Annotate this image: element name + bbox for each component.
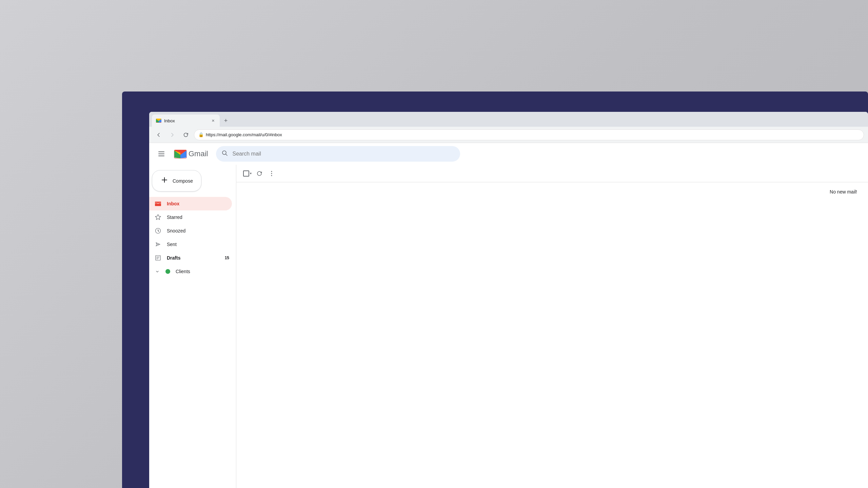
gmail-main-content: Compose Inbox: [149, 165, 868, 488]
sent-icon: [155, 241, 161, 248]
tab-close-button[interactable]: ✕: [210, 118, 216, 123]
compose-plus-icon: [160, 176, 169, 186]
gmail-header: Gmail: [149, 143, 868, 165]
sidebar: Compose Inbox: [149, 165, 236, 488]
no-mail-area: No new mail!: [236, 182, 868, 488]
gmail-m-icon: [174, 149, 187, 159]
gmail-wordmark: Gmail: [189, 149, 208, 158]
svg-rect-1: [158, 154, 164, 154]
compose-button[interactable]: Compose: [152, 170, 201, 191]
drafts-count: 15: [225, 256, 229, 260]
svg-point-9: [271, 175, 272, 176]
tab-favicon-icon: [156, 119, 161, 123]
sidebar-item-clients[interactable]: Clients: [149, 265, 232, 278]
compose-label: Compose: [173, 178, 193, 184]
checkbox-icon: [243, 170, 249, 177]
clients-color-dot: [165, 269, 170, 274]
browser-window: Inbox ✕ + 🔒 https://mail.google.com/m: [149, 112, 868, 488]
sent-label: Sent: [167, 242, 177, 247]
refresh-inbox-button[interactable]: [254, 168, 265, 179]
inbox-icon: [155, 200, 161, 207]
svg-rect-0: [158, 151, 164, 152]
sidebar-item-sent[interactable]: Sent: [149, 238, 232, 251]
back-arrow-icon: [156, 132, 161, 138]
svg-point-7: [271, 171, 272, 172]
inbox-toolbar: ▾: [236, 165, 868, 182]
chevron-down-icon: ▾: [250, 171, 252, 175]
tab-title: Inbox: [164, 118, 208, 123]
snoozed-label: Snoozed: [167, 228, 185, 233]
active-tab[interactable]: Inbox ✕: [152, 115, 220, 127]
more-options-button[interactable]: [266, 168, 277, 179]
starred-label: Starred: [167, 215, 182, 220]
drafts-icon: [155, 255, 161, 261]
sidebar-item-inbox[interactable]: Inbox: [149, 197, 232, 210]
url-text: https://mail.google.com/mail/u/0/#inbox: [206, 132, 282, 137]
lock-icon: 🔒: [198, 132, 204, 137]
sidebar-item-drafts[interactable]: Drafts 15: [149, 251, 232, 265]
clients-label: Clients: [176, 269, 190, 274]
sidebar-item-snoozed[interactable]: Snoozed: [149, 224, 232, 238]
star-icon: [155, 214, 161, 221]
select-all-button[interactable]: ▾: [242, 168, 253, 179]
navigation-bar: 🔒 https://mail.google.com/mail/u/0/#inbo…: [149, 127, 868, 143]
no-mail-message: No new mail!: [830, 189, 857, 195]
refresh-button[interactable]: [180, 129, 191, 140]
more-options-icon: [271, 170, 272, 177]
forward-arrow-icon: [170, 132, 175, 138]
refresh-icon: [183, 132, 189, 138]
hamburger-icon: [158, 151, 164, 156]
inbox-content-area: ▾: [236, 165, 868, 488]
svg-point-8: [271, 173, 272, 174]
search-input[interactable]: [232, 151, 455, 157]
hamburger-menu-button[interactable]: [155, 147, 168, 161]
inbox-label: Inbox: [167, 201, 179, 206]
address-bar[interactable]: 🔒 https://mail.google.com/mail/u/0/#inbo…: [194, 129, 864, 140]
new-tab-button[interactable]: +: [221, 116, 231, 125]
svg-point-3: [222, 151, 226, 155]
search-bar[interactable]: [216, 146, 460, 162]
gmail-logo: Gmail: [174, 149, 208, 159]
forward-button[interactable]: [167, 129, 178, 140]
drafts-label: Drafts: [167, 255, 180, 261]
clock-icon: [155, 227, 161, 234]
sidebar-item-starred[interactable]: Starred: [149, 210, 232, 224]
expand-icon: [155, 269, 160, 274]
search-icon: [221, 150, 228, 158]
svg-rect-2: [158, 156, 164, 156]
refresh-inbox-icon: [256, 170, 262, 177]
back-button[interactable]: [153, 129, 164, 140]
gmail-app: Gmail: [149, 143, 868, 488]
tab-bar: Inbox ✕ +: [149, 112, 868, 127]
